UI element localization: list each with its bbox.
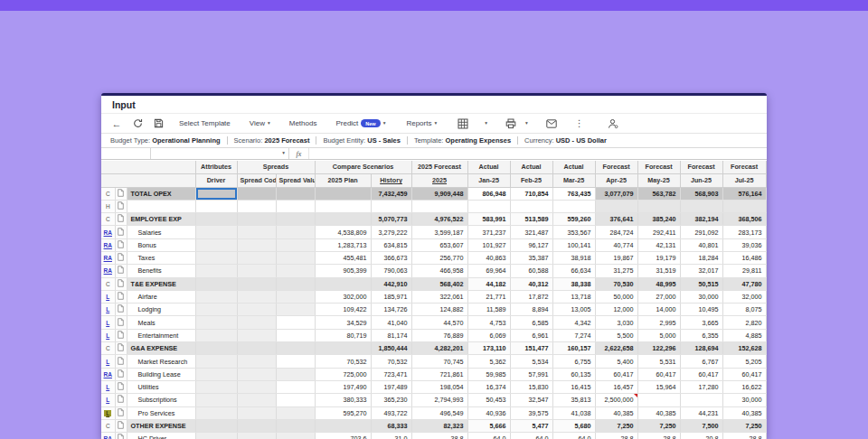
- grid-cell[interactable]: 382,194: [680, 213, 722, 226]
- sheet-document-icon[interactable]: [115, 342, 127, 355]
- grid-cell[interactable]: 34,529: [315, 316, 371, 329]
- grid-cell[interactable]: 583,991: [467, 213, 510, 226]
- row-code-link[interactable]: L: [104, 359, 111, 365]
- context-budget-entity[interactable]: Budget Entity: US - Sales: [323, 136, 400, 145]
- kebab-menu-icon[interactable]: ⋮: [573, 117, 586, 130]
- grid-cell[interactable]: 7,274: [552, 329, 595, 341]
- grid-icon[interactable]: [457, 117, 469, 130]
- grid-cell[interactable]: [237, 368, 276, 380]
- grid-cell[interactable]: 38,918: [552, 251, 595, 264]
- sheet-document-icon[interactable]: [115, 355, 127, 368]
- grid-cell[interactable]: 38,338: [552, 277, 595, 290]
- sheet-document-icon[interactable]: [115, 187, 127, 200]
- grid-cell[interactable]: 40,385: [595, 406, 637, 419]
- sheet-document-icon[interactable]: [115, 226, 127, 238]
- grid-cell[interactable]: 595,270: [315, 406, 371, 419]
- row-code-link[interactable]: RA: [102, 242, 114, 248]
- row-code-link[interactable]: L: [104, 320, 111, 326]
- grid-cell[interactable]: 38.8: [411, 433, 467, 439]
- grid-cell[interactable]: 576,164: [722, 187, 766, 200]
- grid-cell[interactable]: 5,477: [510, 419, 552, 432]
- grid-cell[interactable]: 380,333: [315, 394, 371, 406]
- grid-cell[interactable]: 47,780: [722, 277, 766, 290]
- grid-cell[interactable]: [195, 433, 237, 439]
- column-header[interactable]: 2025: [411, 173, 467, 187]
- grid-cell[interactable]: [237, 277, 276, 290]
- grid-cell[interactable]: 1,850,444: [371, 342, 411, 355]
- printer-icon[interactable]: [505, 117, 517, 130]
- grid-cell[interactable]: [237, 251, 276, 264]
- row-label[interactable]: HC Driver: [127, 433, 195, 439]
- grid-cell[interactable]: [237, 342, 276, 355]
- grid-cell[interactable]: 2,995: [637, 316, 680, 329]
- grid-cell[interactable]: [195, 406, 237, 419]
- grid-cell[interactable]: 50,453: [467, 394, 510, 406]
- grid-cell[interactable]: [195, 251, 237, 264]
- grid-cell[interactable]: 3,279,222: [371, 226, 411, 238]
- select-template-button[interactable]: Select Template: [176, 119, 233, 127]
- grid-cell[interactable]: 256,770: [411, 251, 467, 264]
- sheet-document-icon[interactable]: [115, 368, 127, 380]
- grid-cell[interactable]: 790,063: [371, 265, 411, 277]
- grid-cell[interactable]: [552, 200, 595, 212]
- grid-cell[interactable]: 6,755: [552, 355, 595, 368]
- row-code-link[interactable]: L: [104, 294, 111, 300]
- grid-cell[interactable]: 5,362: [467, 355, 510, 368]
- grid-cell[interactable]: [195, 213, 237, 226]
- row-code-link[interactable]: RA: [102, 371, 114, 378]
- grid-cell[interactable]: 40,774: [595, 238, 637, 251]
- grid-cell[interactable]: 41,040: [371, 316, 411, 329]
- row-label[interactable]: Utilities: [127, 380, 195, 393]
- grid-cell[interactable]: 710,854: [510, 187, 552, 200]
- grid-cell[interactable]: 292,411: [637, 226, 680, 238]
- grid-cell[interactable]: 2,622,658: [595, 342, 637, 355]
- grid-cell[interactable]: [680, 394, 722, 406]
- grid-cell[interactable]: 60,417: [680, 368, 722, 380]
- grid-cell[interactable]: 2,500,000: [595, 394, 637, 406]
- grid-cell[interactable]: 69,964: [467, 265, 510, 277]
- grid-cell[interactable]: [237, 187, 276, 200]
- mail-icon[interactable]: [545, 117, 558, 130]
- grid-cell[interactable]: 64.0: [510, 433, 552, 439]
- grid-cell[interactable]: 68,333: [371, 419, 411, 432]
- sheet-document-icon[interactable]: [115, 380, 127, 393]
- grid-cell[interactable]: 513,589: [510, 213, 552, 226]
- grid-cell[interactable]: [195, 290, 237, 303]
- row-code-link[interactable]: L: [104, 306, 111, 313]
- grid-cell[interactable]: 27,000: [637, 290, 680, 303]
- cell-name-box[interactable]: [101, 148, 151, 159]
- grid-cell[interactable]: [467, 200, 510, 212]
- grid-cell[interactable]: 40,863: [467, 251, 510, 264]
- grid-cell[interactable]: 6,961: [510, 329, 552, 341]
- grid-cell[interactable]: 197,490: [315, 380, 371, 393]
- grid-cell[interactable]: [315, 213, 371, 226]
- grid-cell[interactable]: 28.8: [595, 433, 637, 439]
- grid-cell[interactable]: 19,867: [595, 251, 637, 264]
- grid-cell[interactable]: 10,495: [680, 304, 722, 316]
- grid-cell[interactable]: 5,000: [637, 329, 680, 341]
- grid-cell[interactable]: 634,815: [371, 238, 411, 251]
- grid-cell[interactable]: 60,588: [510, 265, 552, 277]
- grid-cell[interactable]: [276, 187, 315, 200]
- row-label[interactable]: Building Lease: [127, 368, 195, 380]
- grid-cell[interactable]: [195, 277, 237, 290]
- grid-cell[interactable]: [637, 200, 680, 212]
- grid-cell[interactable]: 3,665: [680, 316, 722, 329]
- row-label[interactable]: G&A EXPENSE: [127, 342, 195, 355]
- chevron-down-icon[interactable]: ▾: [525, 121, 528, 126]
- grid-cell[interactable]: 3,030: [595, 316, 637, 329]
- grid-cell[interactable]: 8,894: [510, 304, 552, 316]
- grid-cell[interactable]: 7,500: [680, 419, 722, 432]
- grid-cell[interactable]: [276, 394, 315, 406]
- grid-cell[interactable]: [237, 433, 276, 439]
- back-arrow-icon[interactable]: ←: [110, 117, 123, 130]
- grid-cell[interactable]: 42,131: [637, 238, 680, 251]
- grid-cell[interactable]: 152,628: [722, 342, 766, 355]
- grid-cell[interactable]: 5,680: [552, 419, 595, 432]
- grid-cell[interactable]: 39,036: [722, 238, 766, 251]
- grid-cell[interactable]: 3,599,187: [411, 226, 467, 238]
- grid-cell[interactable]: 173,110: [467, 342, 510, 355]
- grid-cell[interactable]: 16,622: [722, 380, 766, 393]
- grid-cell[interactable]: 6,585: [510, 316, 552, 329]
- grid-cell[interactable]: 559,260: [552, 213, 595, 226]
